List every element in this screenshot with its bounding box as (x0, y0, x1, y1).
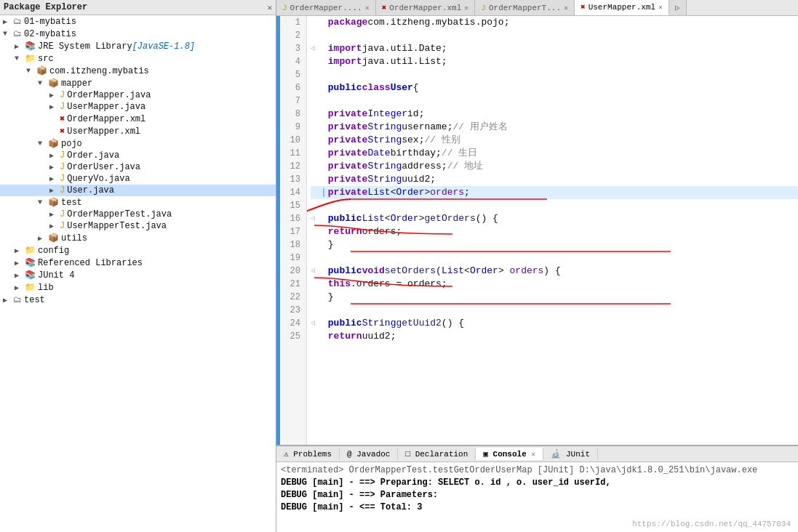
bottom-tab-problems[interactable]: ⚠ Problems (276, 448, 340, 460)
bottom-tab-icon: □ (405, 450, 415, 459)
tree-item-utils[interactable]: ▶📦utils (0, 232, 276, 244)
code-scroll[interactable]: package com.itzheng.mybatis.pojo; ◁ impo… (307, 16, 798, 445)
tree-item-comitzheng[interactable]: ▼📦com.itzheng.mybatis (0, 65, 276, 77)
tree-label: pojo (61, 139, 82, 149)
tree-arrow: ▶ (49, 91, 60, 100)
debug-text: DEBUG [main] - ==> Parameters: (281, 490, 438, 500)
tree-arrow: ▼ (26, 67, 36, 75)
tree-item-src[interactable]: ▼📁src (0, 52, 276, 65)
tab-close[interactable]: ✕ (658, 3, 663, 12)
bottom-tab-close[interactable]: ✕ (531, 451, 535, 459)
tree-label: OrderMapper.xml (67, 114, 145, 124)
tree-item-queryvo-java[interactable]: ▶JQueryVo.java (0, 173, 276, 185)
tree-item-mybatis02[interactable]: ▼🗂02-mybatis (0, 28, 276, 40)
line-num-17: 17 (284, 225, 300, 238)
bottom-tab-junit[interactable]: 🔬 JUnit (543, 448, 598, 460)
folder-icon: 📁 (25, 245, 36, 256)
code-line-16: ◁ public List<Order> getOrders() { (311, 212, 798, 225)
pe-close-icon[interactable]: ✕ (267, 3, 272, 12)
tree-item-mybatis01[interactable]: ▶🗂01-mybatis (0, 15, 276, 28)
code-line-24: ◁ public String getUuid2() { (311, 317, 798, 330)
tree-label: com.itzheng.mybatis (49, 66, 149, 76)
code-line-15 (311, 199, 798, 212)
tree-item-order-java[interactable]: ▶JOrder.java (0, 150, 276, 161)
tree-label: UserMapperTest.java (67, 221, 167, 231)
tree-item-ordermapper-xml[interactable]: ✖OrderMapper.xml (0, 113, 276, 125)
bottom-tab-label: JUnit (566, 450, 590, 459)
java-icon: J (60, 90, 65, 100)
tree-label: config (38, 246, 69, 256)
tree-label: mapper (61, 78, 92, 89)
tree-arrow: ▼ (38, 140, 48, 148)
tab-java-icon: J (481, 4, 486, 12)
tree-arrow: ▶ (15, 283, 25, 292)
tab-ordermapper-xml[interactable]: ✖OrderMapper.xml✕ (376, 0, 476, 15)
console-line-0: <terminated> OrderMapperTest.testGetOrde… (281, 464, 794, 477)
tree-item-junit4[interactable]: ▶📚JUnit 4 (0, 269, 276, 281)
tree-item-pojo[interactable]: ▼📦pojo (0, 137, 276, 150)
folder-icon: 📁 (25, 53, 36, 64)
tree-label: OrderMapper.java (67, 90, 151, 100)
project-icon: 🗂 (13, 294, 22, 305)
tab-close[interactable]: ✕ (464, 4, 468, 12)
tab-usermapper-xml[interactable]: ✖UserMapper.xml✕ (575, 0, 669, 15)
tree-arrow: ▶ (49, 102, 60, 111)
line-num-23: 23 (284, 304, 300, 317)
pe-header: Package Explorer ✕ (0, 0, 276, 15)
line-numbers: 1234567891011121314151617181920212223242… (282, 16, 307, 445)
watermark: https://blog.csdn.net/qq_44757034 (632, 520, 791, 528)
fold-icon[interactable]: ◁ (311, 265, 321, 278)
bottom-tab-declaration[interactable]: □ Declaration (398, 448, 476, 460)
tree-item-ordermappertest[interactable]: ▶JOrderMapperTest.java (0, 209, 276, 220)
tree-item-test[interactable]: ▼📦test (0, 196, 276, 209)
tree-item-orderuser-java[interactable]: ▶JOrderUser.java (0, 161, 276, 173)
bottom-tab-console[interactable]: ▣ Console ✕ (476, 448, 543, 460)
fold-icon[interactable]: ◁ (311, 42, 321, 55)
code-line-9: private String username;// 用户姓名 (311, 121, 798, 134)
tree-label: utils (61, 233, 87, 243)
tree-item-usermappertest[interactable]: ▶JUserMapperTest.java (0, 220, 276, 232)
line-marker: | (321, 186, 327, 199)
line-num-18: 18 (284, 238, 300, 251)
tree-item-mapper[interactable]: ▼📦mapper (0, 77, 276, 89)
tab-more[interactable]: ▷ (669, 0, 687, 15)
tab-close[interactable]: ✕ (365, 4, 370, 12)
tree-arrow: ▼ (15, 55, 25, 63)
tree-label: test (24, 295, 45, 305)
code-line-21: this.orders = orders; (311, 278, 798, 291)
bottom-tab-javadoc[interactable]: @ Javadoc (340, 448, 398, 460)
tab-ordermappert[interactable]: JOrderMapperT...✕ (475, 0, 575, 15)
fold-icon[interactable]: ◁ (311, 212, 321, 225)
tree-arrow: ▶ (49, 222, 60, 230)
pe-tree: ▶🗂01-mybatis▼🗂02-mybatis▶📚JRE System Lib… (0, 15, 276, 532)
tree-item-usermapper-xml[interactable]: ✖UserMapper.xml (0, 125, 276, 137)
tree-label: 01-mybatis (24, 17, 76, 27)
package-icon: 📦 (48, 233, 59, 243)
code-line-11: private Date birthday;// 生日 (311, 147, 798, 160)
tree-arrow: ▶ (49, 174, 60, 183)
tree-item-usermapper-java[interactable]: ▶JUserMapper.java (0, 101, 276, 113)
tree-item-reflibs[interactable]: ▶📚Referenced Libraries (0, 257, 276, 269)
tree-item-ordermapper-java[interactable]: ▶JOrderMapper.java (0, 89, 276, 101)
tab-close[interactable]: ✕ (564, 4, 568, 12)
tree-item-test2[interactable]: ▶🗂test (0, 294, 276, 306)
code-line-6: public class User { (311, 81, 798, 94)
bottom-tabs: ⚠ Problems@ Javadoc□ Declaration▣ Consol… (276, 446, 798, 462)
line-num-14: 14 (284, 186, 300, 199)
tab-java-icon: J (282, 4, 287, 12)
tab-label: UserMapper.xml (588, 3, 655, 12)
tree-label: src (38, 54, 54, 64)
fold-icon[interactable]: ◁ (311, 317, 321, 330)
tree-item-lib[interactable]: ▶📁lib (0, 281, 276, 294)
code-line-3: ◁ import java.util.Date; (311, 42, 798, 55)
tree-item-jre[interactable]: ▶📚JRE System Library [JavaSE-1.8] (0, 40, 276, 52)
tab-ordermapper-java[interactable]: JOrderMapper....✕ (276, 0, 376, 15)
bottom-panel: ⚠ Problems@ Javadoc□ Declaration▣ Consol… (276, 445, 798, 532)
tree-label: UserMapper.java (67, 102, 145, 112)
code-line-5 (311, 68, 798, 81)
line-num-13: 13 (284, 173, 300, 186)
tree-item-user-java[interactable]: ▶JUser.java (0, 185, 276, 196)
tree-arrow: ▼ (38, 79, 48, 87)
project-icon: 🗂 (13, 16, 22, 27)
tree-item-config[interactable]: ▶📁config (0, 244, 276, 257)
